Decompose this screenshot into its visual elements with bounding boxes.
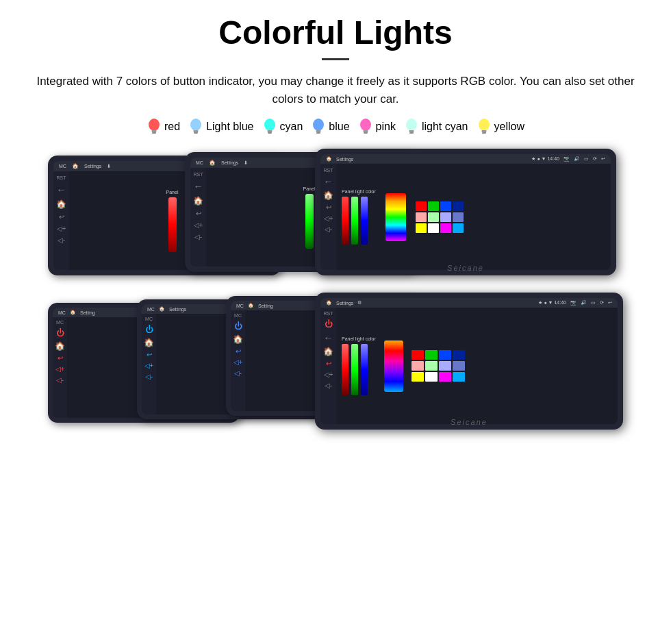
d7-back-btn[interactable]: ← — [324, 332, 333, 343]
d6-power[interactable]: ⏻ — [234, 321, 242, 331]
d3-home-btn[interactable]: 🏠 — [323, 190, 333, 200]
d5-vol-dn[interactable]: ◁- — [145, 373, 153, 380]
grid-cell-2[interactable] — [428, 201, 439, 211]
device3-vol: 🔊 — [574, 156, 580, 162]
d6-return[interactable]: ↩ — [236, 347, 241, 355]
color-item-yellow: yellow — [477, 117, 524, 136]
d5-vol-up[interactable]: ◁+ — [144, 362, 154, 369]
d1-return[interactable]: ↩ — [59, 213, 64, 221]
d3-back-btn[interactable]: ← — [324, 176, 333, 187]
d6-vol-dn[interactable]: ◁- — [234, 369, 242, 377]
d4-vol-up[interactable]: ◁+ — [55, 365, 65, 373]
d6-home-btn[interactable]: 🏠 — [233, 334, 243, 344]
d7-vol-dn[interactable]: ◁- — [325, 382, 332, 389]
svg-point-6 — [264, 119, 275, 131]
d3-panel-label: Panel light color — [342, 189, 376, 194]
svg-rect-10 — [316, 130, 321, 132]
d7-vol-up[interactable]: ◁+ — [324, 371, 333, 378]
d4-home-btn[interactable]: 🏠 — [55, 341, 65, 351]
svg-rect-7 — [267, 130, 272, 132]
d7-return[interactable]: ↩ — [326, 360, 331, 367]
d1-vol-dn[interactable]: ◁- — [58, 236, 65, 244]
d7-grid-7[interactable] — [439, 361, 451, 371]
d5-power[interactable]: ⏻ — [145, 325, 153, 334]
svg-point-18 — [479, 119, 490, 131]
d7-bar3 — [361, 344, 368, 395]
device7-vol: 🔊 — [581, 300, 587, 306]
d7-grid-12[interactable] — [453, 372, 465, 382]
d2-return[interactable]: ↩ — [196, 210, 201, 217]
svg-rect-8 — [268, 132, 272, 134]
color-item-blue: blue — [311, 117, 349, 136]
d7-grid-3[interactable] — [439, 350, 451, 360]
d7-bar2 — [351, 344, 358, 395]
grid-cell-5[interactable] — [416, 212, 427, 222]
d7-grid-4[interactable] — [453, 350, 465, 360]
d7-bar1 — [342, 344, 349, 395]
device4-settings: Setting — [80, 310, 95, 315]
grid-cell-8[interactable] — [453, 212, 464, 222]
d4-return[interactable]: ↩ — [58, 354, 63, 362]
d7-grid-1[interactable] — [412, 350, 424, 360]
grid-cell-6[interactable] — [428, 212, 439, 222]
d3-rainbow-bar — [385, 193, 406, 241]
d5-mc: MC — [145, 317, 153, 321]
device-row-2: MC 🏠 Setting MC ⏻ 🏠 ↩ ◁+ ◁- — [21, 293, 650, 430]
d6-vol-up[interactable]: ◁+ — [233, 358, 243, 366]
color-label-blue: blue — [329, 121, 349, 133]
d1-rst: RST — [57, 175, 66, 180]
d7-grid-11[interactable] — [439, 372, 451, 382]
d2-home-btn[interactable]: 🏠 — [193, 196, 203, 206]
d7-grid-10[interactable] — [425, 372, 438, 382]
grid-cell-11[interactable] — [440, 223, 451, 233]
device1-settings: Settings — [84, 164, 101, 169]
device7-settings-label: Settings — [336, 301, 353, 306]
svg-rect-14 — [364, 132, 368, 134]
d7-rainbow-bar — [384, 340, 403, 392]
d3-return[interactable]: ↩ — [326, 203, 331, 211]
svg-rect-17 — [409, 132, 414, 134]
d7-grid-5[interactable] — [412, 361, 424, 371]
d5-home-btn[interactable]: 🏠 — [144, 338, 154, 347]
device3-camera: 📷 — [564, 156, 570, 162]
d3-vol-up[interactable]: ◁+ — [324, 214, 333, 222]
grid-cell-7[interactable] — [440, 212, 451, 222]
svg-rect-1 — [152, 130, 157, 132]
grid-cell-4[interactable] — [453, 201, 464, 211]
d7-power[interactable]: ⏻ — [325, 319, 333, 329]
d4-vol-dn[interactable]: ◁- — [56, 376, 64, 384]
d7-grid-8[interactable] — [453, 361, 465, 371]
device7-back: ↩ — [608, 300, 612, 306]
grid-cell-10[interactable] — [428, 223, 439, 233]
d7-grid-6[interactable] — [425, 361, 438, 371]
d1-vol-up[interactable]: ◁+ — [57, 225, 66, 232]
device2-arrow: ⬇ — [244, 160, 248, 166]
d2-vol-dn[interactable]: ◁- — [194, 233, 202, 240]
d7-grid-2[interactable] — [425, 350, 438, 360]
d4-power[interactable]: ⏻ — [56, 328, 64, 338]
bulb-icon-pink — [358, 117, 373, 136]
d1-home-btn[interactable]: 🏠 — [56, 199, 66, 209]
d5-return[interactable]: ↩ — [147, 351, 152, 358]
d1-back-btn[interactable]: ← — [57, 184, 66, 195]
d7-home-btn[interactable]: 🏠 — [323, 347, 333, 356]
d3-vol-dn[interactable]: ◁- — [325, 225, 332, 233]
d2-back-btn[interactable]: ← — [194, 181, 203, 192]
device1-home: 🏠 — [72, 163, 79, 169]
bulb-icon-blue — [311, 117, 326, 136]
svg-rect-19 — [481, 130, 486, 132]
d2-vol-up[interactable]: ◁+ — [194, 221, 203, 229]
device7-camera: 📷 — [570, 300, 577, 306]
color-item-cyan: cyan — [262, 117, 303, 136]
description-text: Integrated with 7 colors of button indic… — [34, 73, 637, 108]
watermark-row2: Seicane — [451, 418, 488, 426]
device6-settings: Setting — [258, 304, 273, 308]
grid-cell-3[interactable] — [440, 201, 451, 211]
d7-grid-9[interactable] — [412, 372, 424, 382]
device7-rotate: ⟳ — [600, 300, 604, 306]
grid-cell-12[interactable] — [453, 223, 464, 233]
grid-cell-9[interactable] — [416, 223, 427, 233]
grid-cell-1[interactable] — [416, 201, 427, 211]
bulb-icon-lightblue — [188, 117, 203, 136]
d1-red-bar — [168, 197, 177, 252]
